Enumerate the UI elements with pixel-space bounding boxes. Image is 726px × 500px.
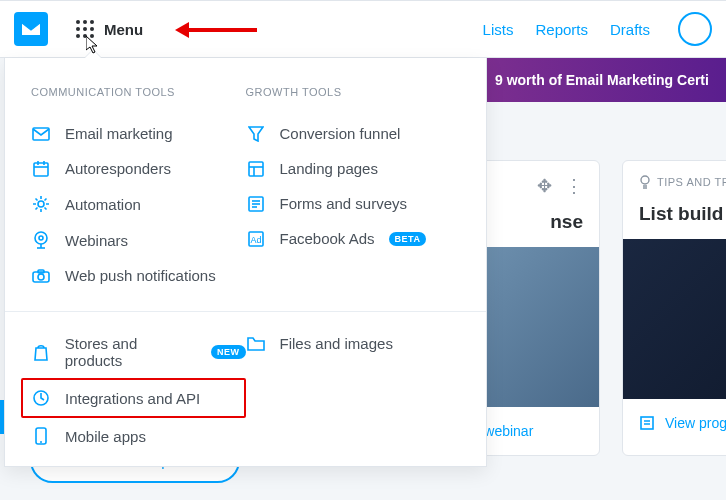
menu-item-mobile-apps[interactable]: Mobile apps	[31, 418, 246, 454]
svg-text:Ad: Ad	[250, 235, 261, 245]
menu-item-label: Autoresponders	[65, 160, 171, 177]
svg-point-7	[39, 236, 43, 240]
calendar-icon	[31, 161, 51, 177]
lightbulb-icon	[639, 175, 651, 189]
apps-grid-icon	[76, 20, 94, 38]
menu-item-webinars[interactable]: Webinars	[31, 222, 246, 258]
menu-item-email-marketing[interactable]: Email marketing	[31, 116, 246, 151]
move-icon[interactable]: ✥	[537, 175, 553, 197]
menu-label: Menu	[104, 21, 143, 38]
svg-point-6	[35, 232, 47, 244]
promo-text: 9 worth of Email Marketing Certi	[495, 72, 709, 88]
menu-item-forms-surveys[interactable]: Forms and surveys	[246, 186, 461, 221]
menu-item-label: Stores and products	[65, 335, 197, 369]
shopping-bag-icon	[31, 343, 51, 361]
svg-rect-1	[34, 163, 48, 176]
mobile-icon	[31, 427, 51, 445]
card-title: List build	[623, 203, 726, 239]
section-heading-communication: COMMUNICATION TOOLS	[31, 86, 246, 98]
promo-banner[interactable]: 9 worth of Email Marketing Certi	[487, 58, 726, 102]
dashboard-card: TIPS AND TRICKS List build sne View prog…	[622, 160, 726, 456]
webcam-icon	[31, 231, 51, 249]
menu-item-label: Mobile apps	[65, 428, 146, 445]
menu-item-files-images[interactable]: Files and images	[246, 326, 461, 361]
card-image: sne	[623, 239, 726, 399]
gear-icon	[31, 195, 51, 213]
annotation-highlight: Integrations and API	[21, 378, 246, 418]
menu-item-stores-products[interactable]: Stores and products NEW	[31, 326, 246, 378]
funnel-icon	[246, 126, 266, 142]
menu-col-growth: GROWTH TOOLS Conversion funnel Landing p…	[246, 86, 461, 293]
circle-button[interactable]	[678, 12, 712, 46]
dropdown-caret-icon	[85, 50, 101, 58]
list-icon	[639, 415, 655, 431]
ad-icon: Ad	[246, 231, 266, 247]
menu-item-label: Facebook Ads	[280, 230, 375, 247]
top-nav: Lists Reports Drafts	[483, 12, 712, 46]
svg-point-5	[38, 201, 44, 207]
menu-item-label: Email marketing	[65, 125, 173, 142]
camera-icon	[31, 269, 51, 283]
beta-badge: BETA	[389, 232, 427, 246]
menu-item-facebook-ads[interactable]: Ad Facebook Ads BETA	[246, 221, 461, 256]
svg-rect-13	[249, 162, 263, 176]
menu-col-bottom-left: Stores and products NEW Integrations and…	[31, 326, 246, 454]
menu-item-landing-pages[interactable]: Landing pages	[246, 151, 461, 186]
menu-item-automation[interactable]: Automation	[31, 186, 246, 222]
app-logo[interactable]	[14, 12, 48, 46]
svg-rect-29	[641, 417, 653, 429]
nav-drafts[interactable]: Drafts	[610, 21, 650, 38]
card-header: TIPS AND TRICKS	[623, 161, 726, 203]
menu-item-label: Files and images	[280, 335, 393, 352]
top-bar: Menu Lists Reports Drafts	[0, 0, 726, 58]
menu-divider	[5, 311, 486, 312]
form-icon	[246, 196, 266, 212]
menu-item-web-push[interactable]: Web push notifications	[31, 258, 246, 293]
card-footer-label: View progr	[665, 415, 726, 431]
layout-icon	[246, 161, 266, 177]
nav-lists[interactable]: Lists	[483, 21, 514, 38]
menu-item-label: Webinars	[65, 232, 128, 249]
main-menu-dropdown: COMMUNICATION TOOLS Email marketing Auto…	[4, 58, 487, 467]
plug-icon	[31, 389, 51, 407]
nav-reports[interactable]: Reports	[535, 21, 588, 38]
svg-point-11	[38, 274, 44, 280]
menu-item-integrations-api[interactable]: Integrations and API	[31, 384, 236, 412]
menu-item-label: Web push notifications	[65, 267, 216, 284]
kebab-icon[interactable]: ⋮	[565, 175, 584, 197]
envelope-icon	[31, 127, 51, 141]
menu-item-label: Integrations and API	[65, 390, 200, 407]
menu-item-autoresponders[interactable]: Autoresponders	[31, 151, 246, 186]
svg-point-26	[641, 176, 649, 184]
menu-item-label: Landing pages	[280, 160, 378, 177]
menu-item-conversion-funnel[interactable]: Conversion funnel	[246, 116, 461, 151]
menu-col-communication: COMMUNICATION TOOLS Email marketing Auto…	[31, 86, 246, 293]
menu-item-label: Forms and surveys	[280, 195, 408, 212]
menu-col-bottom-right: Files and images	[246, 326, 461, 454]
envelope-icon	[21, 22, 41, 36]
card-footer-link[interactable]: View progr	[623, 399, 726, 447]
card-category: TIPS AND TRICKS	[657, 176, 726, 188]
menu-item-label: Automation	[65, 196, 141, 213]
menu-button[interactable]: Menu	[76, 20, 143, 38]
section-heading-growth: GROWTH TOOLS	[246, 86, 461, 98]
folder-icon	[246, 337, 266, 351]
new-badge: NEW	[211, 345, 246, 359]
menu-item-label: Conversion funnel	[280, 125, 401, 142]
